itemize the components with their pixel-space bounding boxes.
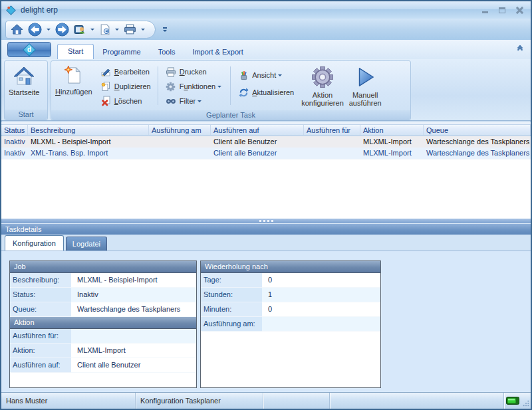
home-icon: [11, 24, 23, 35]
tab-programme[interactable]: Programme: [94, 45, 149, 59]
new-document-icon: [65, 66, 82, 85]
maximize-icon: [499, 7, 505, 13]
field-row: Tage: 0: [201, 273, 380, 288]
ribbon-group-geplanter-task: Hinzufügen Bearbeiten: [51, 60, 411, 120]
print-dropdown-icon[interactable]: [141, 29, 145, 31]
field-value[interactable]: [71, 329, 196, 344]
column-header-queue[interactable]: Queue: [424, 125, 531, 135]
app-logo-icon: [5, 5, 17, 16]
field-value[interactable]: Warteschlange des Taskplaners: [71, 302, 196, 317]
field-value[interactable]: 0: [262, 273, 380, 288]
ribbon-tab-row: d Start Programme Tools Import & Export: [1, 40, 531, 59]
gear-icon: [165, 82, 177, 92]
table-header: Status Beschreibung Ausführung am Ausfüh…: [1, 124, 531, 136]
drucken-button[interactable]: Drucken: [160, 64, 228, 79]
minimize-button[interactable]: [477, 5, 492, 15]
ansicht-button[interactable]: Ansicht: [233, 68, 299, 82]
back-dropdown-icon[interactable]: [47, 29, 51, 31]
contacts-icon: [74, 24, 86, 35]
tab-konfiguration[interactable]: Konfiguration: [5, 235, 64, 251]
resize-grip[interactable]: [521, 393, 531, 409]
field-row: Minuten: 0: [201, 302, 380, 317]
close-button[interactable]: [512, 5, 527, 15]
field-row: Ausführen für:: [10, 329, 196, 344]
home-button[interactable]: [9, 21, 25, 38]
loeschen-button[interactable]: Löschen: [95, 94, 156, 108]
filter-button[interactable]: Filter: [160, 94, 228, 108]
column-header-ausfuehren-fuer[interactable]: Ausführen für: [304, 125, 360, 135]
forward-button[interactable]: [53, 21, 71, 38]
manuell-ausfuehren-button[interactable]: Manuell ausführen: [346, 62, 384, 110]
aktion-konfigurieren-button[interactable]: Aktion konfigurieren: [299, 62, 346, 110]
statusbar-user: Hans Muster: [1, 393, 136, 409]
table-row[interactable]: Inaktiv XML-Trans. Bsp. Import Client al…: [1, 148, 531, 159]
ribbon-separator: [230, 66, 231, 105]
toolbar-options-button[interactable]: [161, 27, 169, 32]
close-icon: [516, 7, 523, 14]
tab-logdatei[interactable]: Logdatei: [66, 237, 107, 251]
contacts-dropdown-icon[interactable]: [90, 29, 94, 31]
app-diamond-icon: d: [23, 43, 36, 56]
connection-status-icon: [506, 397, 519, 405]
section-header-wiederholung: Wiederholung nach: [201, 261, 380, 273]
hinzufuegen-label: Hinzufügen: [55, 88, 92, 96]
splitter-handle[interactable]: [1, 219, 531, 223]
table-row-selected[interactable]: Inaktiv MLXML - Beispiel-Import Client a…: [1, 136, 531, 148]
taskdetails-header: Taskdetails: [1, 223, 531, 235]
tab-start[interactable]: Start: [57, 44, 94, 59]
hinzufuegen-button[interactable]: Hinzufügen: [53, 62, 95, 110]
funktionen-dropdown-icon: [217, 86, 221, 88]
field-value[interactable]: MLXML-Import: [71, 344, 196, 358]
contacts-button[interactable]: [72, 21, 88, 38]
toolbar-pill: [5, 21, 156, 39]
field-value[interactable]: 0: [262, 302, 380, 317]
aktualisieren-button[interactable]: Aktualisieren: [233, 85, 299, 100]
column-header-aktion[interactable]: Aktion: [360, 125, 424, 135]
field-row: Status: Inaktiv: [10, 288, 196, 302]
report-dropdown-icon[interactable]: [115, 29, 119, 31]
field-row: Ausführen auf: Client alle Benutzer: [10, 358, 196, 373]
field-label: Status:: [10, 288, 71, 302]
app-window: delight erp: [0, 0, 532, 410]
field-label: Minuten:: [201, 302, 262, 317]
field-value[interactable]: 1: [262, 288, 380, 302]
collapse-ribbon-icon[interactable]: [516, 46, 524, 54]
field-row: Aktion: MLXML-Import: [10, 344, 196, 358]
tab-import-export[interactable]: Import & Export: [184, 45, 251, 59]
funktionen-button[interactable]: Funktionen: [160, 79, 228, 94]
field-value[interactable]: MLXML - Beispiel-Import: [71, 273, 196, 288]
printer-icon: [124, 24, 136, 35]
minimize-icon: [482, 11, 488, 13]
back-icon: [28, 23, 42, 37]
maximize-button[interactable]: [495, 5, 509, 15]
tab-tools[interactable]: Tools: [150, 45, 184, 59]
bearbeiten-button[interactable]: Bearbeiten: [95, 64, 156, 79]
group-label-start: Start: [5, 110, 47, 120]
duplizieren-button[interactable]: Duplizieren: [95, 79, 156, 94]
play-icon: [353, 66, 377, 88]
field-value[interactable]: Inaktiv: [71, 288, 196, 302]
table-empty-area: [1, 159, 531, 219]
field-label: Ausführen für:: [10, 329, 71, 344]
taskdetails-tab-bar: Konfiguration Logdatei: [1, 235, 531, 251]
startseite-button[interactable]: Startseite: [6, 62, 42, 110]
field-value[interactable]: Client alle Benutzer: [71, 358, 196, 373]
forward-icon: [55, 23, 69, 37]
field-value[interactable]: [262, 317, 380, 332]
statusbar-empty-segment: [330, 393, 504, 409]
taskdetails-content: Job Beschreibung: MLXML - Beispiel-Impor…: [1, 251, 531, 392]
print-button[interactable]: [122, 21, 138, 38]
title-bar[interactable]: delight erp: [1, 1, 531, 19]
report-button[interactable]: [97, 21, 112, 38]
column-header-status[interactable]: Status: [1, 125, 28, 135]
column-header-ausfuehrung-am[interactable]: Ausführung am: [149, 125, 211, 135]
pencil-icon: [100, 66, 112, 77]
filter-dropdown-icon: [198, 100, 201, 102]
ribbon-group-start: Startseite Start: [4, 60, 48, 120]
refresh-icon: [237, 88, 249, 98]
back-button[interactable]: [26, 21, 44, 38]
ribbon-separator: [158, 66, 158, 105]
column-header-beschreibung[interactable]: Beschreibung: [28, 125, 149, 135]
column-header-ausfuehren-auf[interactable]: Ausführen auf: [211, 125, 304, 135]
application-menu-button[interactable]: d: [7, 42, 51, 57]
